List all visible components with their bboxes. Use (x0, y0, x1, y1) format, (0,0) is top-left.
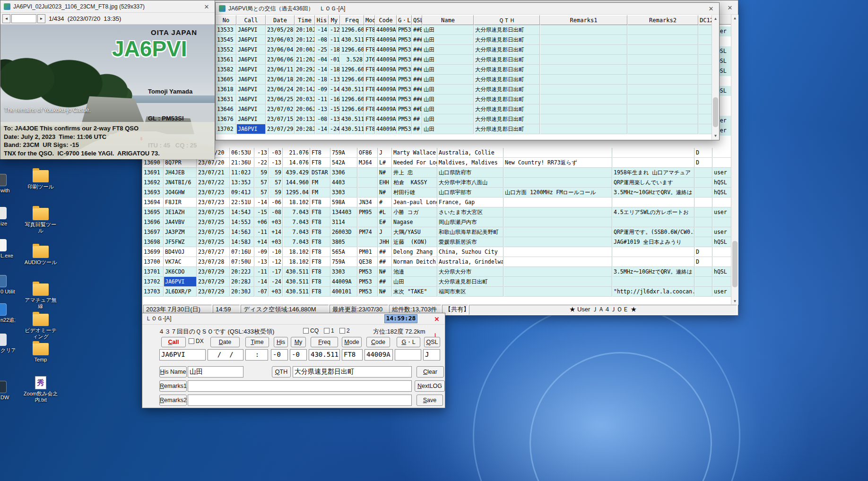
cell[interactable]: 大分県速見郡日出町 (474, 65, 540, 75)
table-row[interactable]: 13631JA6PVI23/06/2520:03J-11-161296.60FT… (216, 94, 712, 104)
cell[interactable]: -14 (315, 25, 329, 35)
cell[interactable] (699, 94, 712, 104)
scroll-up-icon[interactable]: ▲ (712, 15, 719, 22)
desktop-icon-partial[interactable]: n22追加 (0, 303, 15, 323)
field-input-mode[interactable]: FT8 (342, 349, 363, 361)
cq-checkbox[interactable]: CQ (303, 327, 319, 334)
cell[interactable] (699, 35, 712, 45)
field-button-mode[interactable]: Mode (342, 337, 362, 347)
cell[interactable]: ##E (412, 104, 422, 114)
cell[interactable]: -14 (315, 65, 329, 75)
cell[interactable]: FT8 (365, 65, 375, 75)
next-image-button[interactable]: ► (37, 14, 45, 23)
cell[interactable]: -08 (315, 35, 329, 45)
cell[interactable]: 23/07/29 (266, 124, 295, 134)
cell[interactable]: 23/06/06 (266, 55, 295, 65)
cell[interactable] (540, 35, 627, 45)
qth-input[interactable]: 大分県速見郡日出町 (293, 366, 412, 378)
desktop-icon[interactable]: 印刷ツール (23, 170, 59, 190)
cell[interactable]: -13 (329, 114, 340, 124)
field-button-freq[interactable]: Freq (311, 337, 338, 347)
his-name-button[interactable]: His Name (159, 366, 187, 378)
cell[interactable] (540, 75, 627, 85)
cell[interactable]: 山田 (423, 94, 474, 104)
cell[interactable]: 山田 (423, 65, 474, 75)
image-index-box[interactable] (11, 14, 36, 23)
cell[interactable]: 1296.60 (340, 65, 364, 75)
qth-button[interactable]: QTH (272, 366, 291, 378)
cell[interactable]: 13582 (216, 65, 236, 75)
cell[interactable]: ### (412, 45, 422, 55)
dx-checkbox[interactable]: DX (189, 338, 204, 344)
field-button-qsl[interactable]: QSL (424, 337, 440, 347)
field-input-call[interactable]: JA6PVI (159, 349, 206, 361)
cell[interactable]: -12 (329, 25, 340, 35)
desktop-icon-partial[interactable]: DW (0, 381, 15, 401)
two-checkbox[interactable]: 2 (339, 327, 350, 334)
cell[interactable]: 20:00J (295, 45, 315, 55)
cell[interactable]: 44009A (375, 35, 397, 45)
cell[interactable] (540, 25, 627, 35)
cell[interactable]: 13552 (216, 45, 236, 55)
field-input-my[interactable]: -0 (290, 349, 307, 361)
cell[interactable] (628, 35, 698, 45)
cell[interactable]: 23/06/04 (266, 45, 295, 55)
cell[interactable]: 20:12J (295, 35, 315, 45)
desktop-icon[interactable]: 写真回覧ツール (23, 208, 59, 234)
cell[interactable]: -09 (315, 85, 329, 94)
cell[interactable]: 44009A (375, 124, 397, 134)
cell[interactable]: JA6PVI (237, 114, 266, 124)
cell[interactable] (540, 104, 627, 114)
cell[interactable]: PM53 (397, 85, 412, 94)
cell[interactable]: ### (412, 85, 422, 94)
field-button-my[interactable]: My (291, 337, 306, 347)
cell[interactable]: JA6PVI (237, 55, 266, 65)
cell[interactable]: JA6PVI (237, 85, 266, 94)
cell[interactable]: 大分県速見郡日出町 (474, 94, 540, 104)
cell[interactable]: 430.511 (340, 85, 364, 94)
cell[interactable] (628, 25, 698, 35)
field-input-code[interactable]: 44009A (365, 349, 393, 361)
cell[interactable]: 13702 (216, 124, 236, 134)
scroll-down-icon[interactable]: ▼ (712, 132, 719, 139)
cell[interactable]: 44009A (375, 55, 397, 65)
cell[interactable]: 山田 (423, 124, 474, 134)
cell[interactable]: JA6PVI (237, 65, 266, 75)
cell[interactable]: 13605 (216, 75, 236, 85)
his-name-input[interactable]: 山田 (188, 366, 243, 378)
cell[interactable] (699, 124, 712, 134)
cell[interactable]: 23/05/28 (266, 25, 295, 35)
cell[interactable]: 20:10J (295, 25, 315, 35)
cell[interactable]: 山田 (423, 85, 474, 94)
cell[interactable]: 1296.60 (340, 25, 364, 35)
cell[interactable]: 山田 (423, 75, 474, 85)
field-button-time[interactable]: Time (245, 337, 269, 347)
cell[interactable]: FT8 (365, 75, 375, 85)
prev-image-button[interactable]: ◄ (2, 14, 10, 23)
cell[interactable]: JA6PVI (237, 104, 266, 114)
field-input-date[interactable]: / / (208, 349, 243, 361)
cell[interactable]: PM53 (397, 124, 412, 134)
cell[interactable] (628, 104, 698, 114)
close-icon[interactable]: ✕ (726, 4, 734, 11)
field-button-code[interactable]: Code (366, 337, 390, 347)
cell[interactable]: FT8 (365, 94, 375, 104)
cell[interactable]: -14 (315, 124, 329, 134)
cell[interactable]: ### (412, 75, 422, 85)
cell[interactable]: ### (412, 65, 422, 75)
cell[interactable]: 山田 (423, 45, 474, 55)
cell[interactable]: 13631 (216, 94, 236, 104)
cell[interactable]: PM53 (397, 104, 412, 114)
cell[interactable]: PM53 (397, 45, 412, 55)
field-button-his[interactable]: His (274, 337, 288, 347)
close-icon[interactable]: ✕ (202, 3, 211, 10)
cell[interactable] (540, 114, 627, 124)
cell[interactable]: ### (412, 55, 422, 65)
cell[interactable] (628, 65, 698, 75)
desktop-icon[interactable]: Temp (23, 343, 59, 363)
scroll-down-icon[interactable]: ▼ (731, 298, 738, 305)
cell[interactable]: 20:14J (295, 85, 315, 94)
desktop-icon-partial[interactable]: クリアファイル O v3.0 (0, 334, 15, 353)
cell[interactable]: 1296.60 (340, 75, 364, 85)
remarks1-input[interactable] (188, 380, 412, 392)
